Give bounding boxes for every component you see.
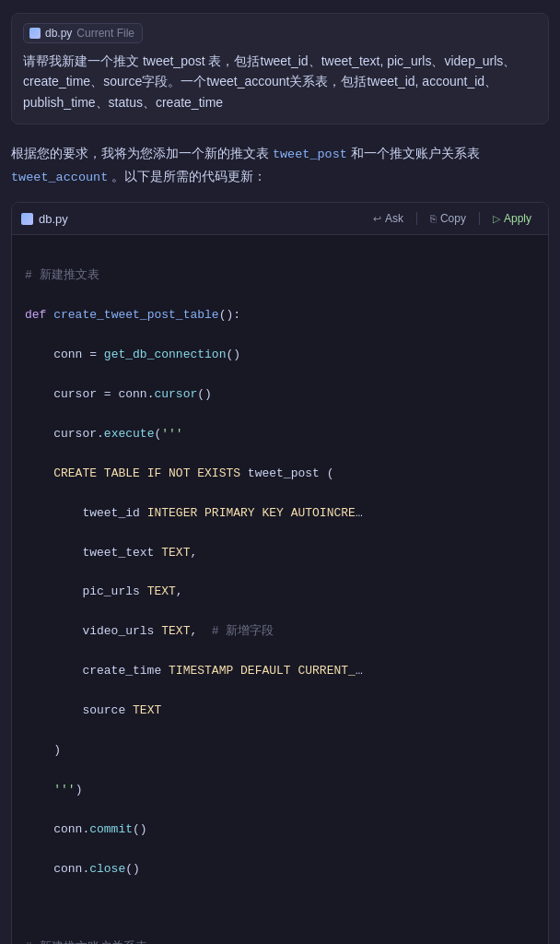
code-line-17: # 新建推文账户关系表 bbox=[25, 938, 535, 944]
code-line-4: cursor = conn.cursor() bbox=[25, 384, 535, 404]
ai-response-text: 根据您的要求，我将为您添加一个新的推文表 tweet_post 和一个推文账户关… bbox=[11, 143, 549, 189]
code-line-11: create_time TIMESTAMP DEFAULT CURRENT_… bbox=[25, 661, 535, 680]
code-line-15: conn.commit() bbox=[25, 820, 535, 839]
file-icon bbox=[29, 28, 41, 39]
code-line-16: conn.close() bbox=[25, 859, 535, 879]
user-message-text: 请帮我新建一个推文 tweet_post 表，包括tweet_id、tweet_… bbox=[23, 51, 537, 112]
code-block-actions: ↩ Ask ⎘ Copy ▷ Apply bbox=[366, 209, 539, 228]
code-line-3: conn = get_db_connection() bbox=[25, 345, 535, 364]
ai-response-block: 根据您的要求，我将为您添加一个新的推文表 tweet_post 和一个推文账户关… bbox=[0, 137, 560, 944]
code-filename-label: db.py bbox=[39, 212, 68, 226]
copy-button[interactable]: ⎘ Copy bbox=[423, 209, 473, 228]
ask-label: Ask bbox=[385, 212, 403, 225]
ai-intro-text: 根据您的要求，我将为您添加一个新的推文表 bbox=[11, 146, 273, 160]
code-line-9: pic_urls TEXT, bbox=[25, 582, 535, 601]
file-tag-name: db.py bbox=[45, 27, 72, 40]
code-block-wrapper: db.py ↩ Ask ⎘ Copy ▷ Apply bbox=[11, 202, 549, 944]
code-line-13: ) bbox=[25, 740, 535, 760]
code-line-14: ''') bbox=[25, 780, 535, 799]
code-content: # 新建推文表 def create_tweet_post_table(): c… bbox=[12, 235, 548, 944]
user-message-block: db.py Current File 请帮我新建一个推文 tweet_post … bbox=[11, 13, 549, 124]
ask-button[interactable]: ↩ Ask bbox=[366, 209, 411, 228]
code-line-2: def create_tweet_post_table(): bbox=[25, 305, 535, 324]
ai-highlight2: tweet_account bbox=[11, 171, 108, 184]
file-tag: db.py Current File bbox=[23, 23, 143, 43]
ai-end-text: 。以下是所需的代码更新： bbox=[108, 169, 266, 183]
code-line-1: # 新建推文表 bbox=[25, 266, 535, 285]
code-block-header: db.py ↩ Ask ⎘ Copy ▷ Apply bbox=[12, 203, 548, 235]
ai-highlight1: tweet_post bbox=[273, 148, 347, 161]
copy-icon: ⎘ bbox=[430, 213, 437, 224]
code-line-8: tweet_text TEXT, bbox=[25, 543, 535, 562]
current-file-label: Current File bbox=[76, 27, 134, 40]
ask-icon: ↩ bbox=[373, 213, 381, 225]
apply-button[interactable]: ▷ Apply bbox=[485, 209, 539, 228]
main-container: db.py Current File 请帮我新建一个推文 tweet_post … bbox=[0, 13, 560, 944]
code-line-blank bbox=[25, 898, 535, 917]
code-line-7: tweet_id INTEGER PRIMARY KEY AUTOINCRE… bbox=[25, 503, 535, 523]
copy-label: Copy bbox=[440, 212, 466, 225]
divider2 bbox=[479, 212, 480, 225]
code-line-10: video_urls TEXT, # 新增字段 bbox=[25, 621, 535, 641]
code-block-filename: db.py bbox=[21, 212, 68, 226]
apply-icon: ▷ bbox=[493, 213, 500, 225]
divider1 bbox=[416, 212, 417, 225]
code-line-5: cursor.execute(''' bbox=[25, 424, 535, 443]
code-file-icon bbox=[21, 213, 33, 225]
ai-middle-text: 和一个推文账户关系表 bbox=[347, 146, 480, 160]
code-line-12: source TEXT bbox=[25, 701, 535, 720]
code-line-6: CREATE TABLE IF NOT EXISTS tweet_post ( bbox=[25, 464, 535, 483]
apply-label: Apply bbox=[504, 212, 531, 225]
